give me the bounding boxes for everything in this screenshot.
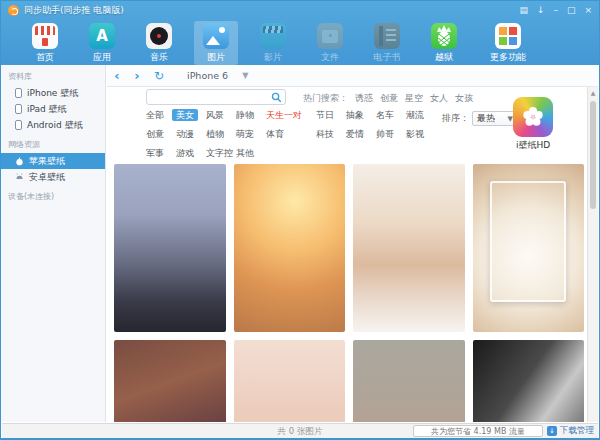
scrollbar-thumb[interactable] (590, 101, 596, 209)
category-stilllife[interactable]: 静物 (236, 109, 262, 122)
device-outline-icon (15, 104, 22, 114)
tab-files-label: 文件 (321, 51, 339, 64)
tab-more-features[interactable]: 更多功能 (479, 21, 537, 65)
category-typography[interactable]: 文字控 (206, 147, 232, 160)
category-beauty-active[interactable]: 美女 (176, 109, 202, 122)
flower-icon (521, 105, 545, 129)
hot-term[interactable]: 星空 (405, 93, 423, 103)
skin-icon[interactable]: ▤ (519, 5, 528, 15)
scroll-up-arrow-icon[interactable]: ▲ (588, 87, 598, 98)
hot-term[interactable]: 女孩 (455, 93, 473, 103)
wallpaper-thumbnail[interactable] (234, 164, 346, 332)
category-cars[interactable]: 名车 (376, 109, 402, 122)
wallpaper-app-label: i壁纸HD (511, 139, 555, 152)
tab-jailbreak-label: 越狱 (435, 51, 453, 64)
maximize-icon[interactable]: □ (567, 5, 576, 15)
category-handsome[interactable]: 帅哥 (376, 128, 402, 141)
tab-more-features-label: 更多功能 (490, 51, 526, 64)
category-movies[interactable]: 影视 (406, 128, 432, 141)
sort-label: 排序： (442, 112, 469, 125)
tab-ebooks[interactable]: 电子书 (365, 21, 409, 65)
sidebar-item-apple-wallpaper[interactable]: 苹果壁纸 (1, 153, 105, 169)
wallpaper-thumbnail[interactable] (473, 164, 585, 332)
category-sports[interactable]: 体育 (266, 128, 312, 141)
category-couple-red[interactable]: 天生一对 (266, 109, 312, 122)
wallpaper-app-promo[interactable]: i壁纸HD (511, 97, 555, 152)
sidebar-item-iphone-wallpaper[interactable]: iPhone 壁纸 (1, 85, 105, 101)
minimize-to-tray-icon[interactable]: ↓ (537, 5, 545, 15)
search-icon[interactable] (271, 92, 282, 103)
download-icon: ↓ (547, 426, 557, 436)
tab-videos[interactable]: 影片 (251, 21, 295, 65)
category-love[interactable]: 爱情 (346, 128, 372, 141)
wallpaper-thumbnail[interactable] (353, 164, 465, 332)
hot-search-label: 热门搜索： (303, 93, 348, 103)
back-button[interactable]: ‹ (107, 66, 127, 86)
category-other[interactable]: 其他 (236, 147, 262, 160)
sidebar-item-label: 安卓壁纸 (29, 171, 65, 184)
category-pets[interactable]: 萌宠 (236, 128, 262, 141)
category-festival[interactable]: 节日 (316, 109, 342, 122)
ebook-icon (374, 23, 400, 49)
tab-files[interactable]: 文件 (308, 21, 352, 65)
wallpaper-thumbnail[interactable] (114, 164, 226, 332)
category-creative[interactable]: 创意 (146, 128, 172, 141)
search-input[interactable] (151, 91, 266, 103)
category-military[interactable]: 军事 (146, 147, 172, 160)
files-icon (317, 23, 343, 49)
home-icon (32, 23, 58, 49)
download-manager-label: 下载管理 (560, 425, 594, 437)
wallpaper-thumbnail[interactable] (234, 340, 346, 422)
hot-search: 热门搜索：诱惑创意星空女人女孩 (303, 92, 473, 105)
hot-term[interactable]: 女人 (430, 93, 448, 103)
sidebar-item-label: iPhone 壁纸 (27, 87, 78, 100)
sidebar-item-android-wallpaper[interactable]: Android 壁纸 (1, 117, 105, 133)
hot-term[interactable]: 创意 (380, 93, 398, 103)
vertical-scrollbar[interactable]: ▲ (587, 87, 598, 422)
refresh-button[interactable]: ↻ (147, 69, 171, 83)
category-trend[interactable]: 潮流 (406, 109, 432, 122)
wallpaper-thumbnail[interactable] (353, 340, 465, 422)
music-icon (146, 23, 172, 49)
category-anime[interactable]: 动漫 (176, 128, 202, 141)
active-category-chip: 美女 (172, 109, 198, 121)
sidebar-item-android-online-wallpaper[interactable]: 安卓壁纸 (1, 169, 105, 185)
wallpaper-thumbnail[interactable] (114, 340, 226, 422)
wallpaper-thumbnail[interactable] (473, 340, 585, 422)
tab-home-label: 首页 (36, 51, 54, 64)
sort-value: 最热 (477, 112, 495, 125)
tab-home[interactable]: 首页 (23, 21, 67, 65)
hot-term[interactable]: 诱惑 (355, 93, 373, 103)
app-window: 同步助手(同步推 电脑版) ▤ ↓ – □ × 首页 应用 音乐 (0, 0, 600, 440)
sidebar-item-label: iPad 壁纸 (27, 103, 67, 116)
category-plants[interactable]: 植物 (206, 128, 232, 141)
video-icon (260, 23, 286, 49)
tab-ebooks-label: 电子书 (374, 51, 401, 64)
tab-jailbreak[interactable]: 越狱 (422, 21, 466, 65)
sidebar-item-label: 苹果壁纸 (29, 155, 65, 168)
sidebar-section-device-disconnected: 设备(未连接) (1, 185, 105, 205)
window-title: 同步助手(同步推 电脑版) (24, 4, 124, 17)
category-games[interactable]: 游戏 (176, 147, 202, 160)
header: 同步助手(同步推 电脑版) ▤ ↓ – □ × 首页 应用 音乐 (1, 1, 599, 65)
device-dropdown-caret-icon[interactable]: ▼ (242, 71, 248, 80)
navigation-bar: ‹ › ↻ iPhone 6 ▼ (107, 65, 598, 87)
category-all[interactable]: 全部 (146, 109, 172, 122)
forward-button[interactable]: › (127, 66, 147, 86)
category-abstract[interactable]: 抽象 (346, 109, 372, 122)
sidebar-item-ipad-wallpaper[interactable]: iPad 壁纸 (1, 101, 105, 117)
sidebar: 资料库 iPhone 壁纸 iPad 壁纸 Android 壁纸 网络资源 苹果… (1, 65, 106, 422)
jailbreak-pineapple-icon (431, 23, 457, 49)
device-selector-label[interactable]: iPhone 6 (187, 70, 228, 81)
download-manager[interactable]: ↓ 下载管理 (547, 425, 594, 437)
close-icon[interactable]: × (584, 5, 592, 15)
tab-apps[interactable]: 应用 (80, 21, 124, 65)
category-tech[interactable]: 科技 (316, 128, 342, 141)
tab-music[interactable]: 音乐 (137, 21, 181, 65)
tab-photos[interactable]: 图片 (194, 21, 238, 65)
category-scenery[interactable]: 风景 (206, 109, 232, 122)
apps-icon (89, 23, 115, 49)
status-bar: 共 0 张图片 共为您节省 4.19 MB 流量 ↓ 下载管理 (2, 423, 598, 438)
minimize-icon[interactable]: – (553, 5, 558, 15)
photos-icon (203, 23, 229, 49)
